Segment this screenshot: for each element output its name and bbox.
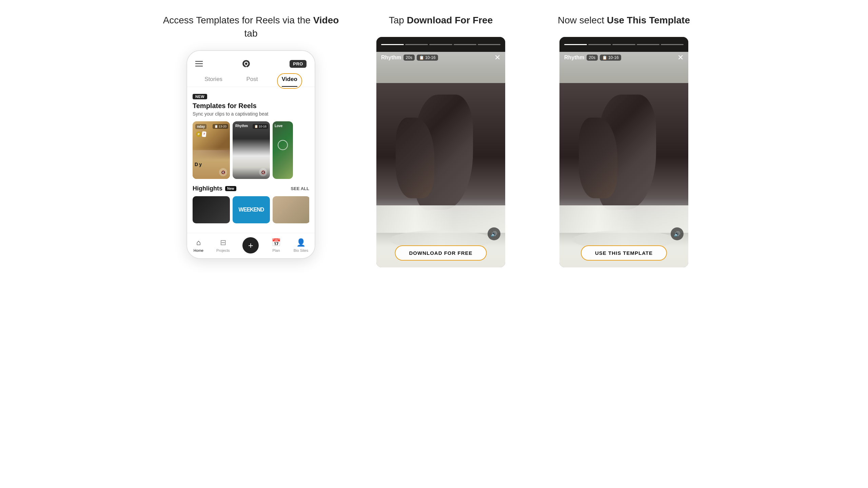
card2-mute[interactable]: 🔇 <box>259 168 267 176</box>
projects-icon: ⊟ <box>220 238 226 247</box>
middle-instruction: Tap Download For Free <box>389 14 493 27</box>
progress-seg-r4 <box>637 44 659 45</box>
bold-use-template: Use This Template <box>607 15 690 25</box>
phone-header: PRO <box>187 51 315 73</box>
highlights-new: New <box>225 186 236 191</box>
calendar-icon-1: 📋 <box>419 55 424 60</box>
highlights-header: Highlights New SEE ALL <box>193 185 309 192</box>
nav-home[interactable]: ⌂ Home <box>194 238 203 252</box>
template-card-3[interactable]: Love <box>273 121 293 179</box>
bold-download: Download For Free <box>407 15 493 25</box>
scene-1 <box>376 37 505 267</box>
progress-seg-5 <box>478 44 500 45</box>
video-clip-1: 📋 10-16 <box>417 55 438 61</box>
nav-biosites[interactable]: 👤 Bio Sites <box>294 238 308 252</box>
nav-projects[interactable]: ⊟ Projects <box>216 238 230 252</box>
tab-stories[interactable]: Stories <box>204 76 222 87</box>
video-label-row-2: Rhythm 20s 📋 10-16 ✕ <box>559 54 688 61</box>
nav-plus-button[interactable]: + <box>242 237 259 253</box>
video-title-badge-2: Rhythm 20s 📋 10-16 <box>564 55 621 61</box>
see-all-button[interactable]: SEE ALL <box>291 186 309 191</box>
template-card-1[interactable]: nday 📋13-20 P y <box>193 121 230 179</box>
home-icon: ⌂ <box>196 238 201 247</box>
app-logo <box>240 58 252 70</box>
progress-seg-3 <box>429 44 452 45</box>
left-instruction: Access Templates for Reels via the Video… <box>163 14 339 40</box>
nav-projects-label: Projects <box>216 248 230 252</box>
progress-seg-r1 <box>564 44 587 45</box>
video-title-2: Rhythm <box>564 55 585 61</box>
wave-foam-1 <box>376 205 505 233</box>
progress-seg-2 <box>405 44 428 45</box>
card1-duration: 📋13-20 <box>213 124 228 129</box>
new-badge: NEW <box>193 94 207 99</box>
phone-tabs: Stories Post Video <box>187 73 315 87</box>
biosites-icon: 👤 <box>296 238 305 247</box>
phone-content: NEW Templates for Reels Sync your clips … <box>187 87 315 233</box>
progress-bars-2 <box>564 44 684 45</box>
close-btn-2[interactable]: ✕ <box>677 54 684 61</box>
card1-stickers: P y <box>196 131 206 137</box>
middle-panel: Tap Download For Free Rhythm 20s <box>359 14 522 267</box>
progress-seg-r5 <box>661 44 684 45</box>
tab-post[interactable]: Post <box>246 76 258 87</box>
highlight-weekend-text: WEEKEND <box>233 196 270 223</box>
wave-foam-r1 <box>559 205 688 233</box>
scene-2 <box>559 37 688 267</box>
download-btn[interactable]: DOWNLOAD FOR FREE <box>395 245 487 261</box>
highlight-card-2[interactable]: WEEKEND <box>233 196 270 223</box>
sound-btn-1[interactable]: 🔊 <box>488 227 500 240</box>
tab-video-wrapper: Video <box>282 76 297 87</box>
video-top-bar-1 <box>376 37 505 52</box>
main-container: Access Templates for Reels via the Video… <box>0 0 868 267</box>
progress-seg-r2 <box>588 44 611 45</box>
highlight-card-3[interactable] <box>273 196 309 223</box>
progress-seg-4 <box>454 44 476 45</box>
video-duration-2: 20s <box>587 55 598 61</box>
card3-circle <box>278 140 288 150</box>
card2-label: Rhythm <box>235 124 248 128</box>
close-btn-1[interactable]: ✕ <box>494 54 500 61</box>
card2-duration: 📋10-16 <box>253 124 268 129</box>
plan-icon: 📅 <box>272 238 281 247</box>
highlights-title: Highlights <box>193 185 222 192</box>
bold-video: Video <box>313 15 339 25</box>
left-panel: Access Templates for Reels via the Video… <box>163 14 339 259</box>
phone-frame: PRO Stories Post Video NEW Templates for… <box>186 50 315 259</box>
progress-seg-1 <box>381 44 404 45</box>
nav-plan[interactable]: 📅 Plan <box>272 238 281 252</box>
card1-label: nday <box>195 124 206 129</box>
sound-btn-2[interactable]: 🔊 <box>671 227 684 240</box>
card1-alpha: Dy <box>195 162 202 167</box>
svg-point-0 <box>245 63 248 65</box>
highlights-scroll: WEEKEND <box>193 196 309 223</box>
hamburger-icon[interactable] <box>195 61 203 66</box>
nav-biosites-label: Bio Sites <box>294 248 308 252</box>
progress-bars-1 <box>381 44 500 45</box>
nav-plan-label: Plan <box>272 248 280 252</box>
nav-home-label: Home <box>194 248 203 252</box>
video-title-badge-1: Rhythm 20s 📋 10-16 <box>381 55 438 61</box>
progress-seg-r3 <box>612 44 635 45</box>
video-title-1: Rhythm <box>381 55 401 61</box>
section-subtitle: Sync your clips to a captivating beat <box>193 111 309 117</box>
video-preview-1: Rhythm 20s 📋 10-16 ✕ <box>376 37 505 267</box>
template-scroll: nday 📋13-20 P y <box>193 121 309 179</box>
highlights-title-row: Highlights New <box>193 185 236 192</box>
right-instruction: Now select Use This Template <box>558 14 690 27</box>
video-clip-2: 📋 10-16 <box>600 55 621 61</box>
highlight-card-1[interactable] <box>193 196 230 223</box>
section-title: Templates for Reels <box>193 102 309 110</box>
right-panel: Now select Use This Template Rhythm 20s <box>542 14 705 267</box>
video-label-row-1: Rhythm 20s 📋 10-16 ✕ <box>376 54 505 61</box>
pro-badge: PRO <box>290 60 307 68</box>
tab-video[interactable]: Video <box>282 76 297 87</box>
video-top-bar-2 <box>559 37 688 52</box>
highlights-section: Highlights New SEE ALL WEEKEND <box>193 185 309 227</box>
use-template-btn[interactable]: USE THIS TEMPLATE <box>581 245 667 261</box>
calendar-icon-2: 📋 <box>602 55 607 60</box>
rock-detail-r2 <box>579 118 617 198</box>
template-card-2[interactable]: Rhythm 📋10-16 🔇 <box>233 121 270 179</box>
rock-detail-2 <box>396 118 434 198</box>
video-preview-2: Rhythm 20s 📋 10-16 ✕ <box>559 37 688 267</box>
